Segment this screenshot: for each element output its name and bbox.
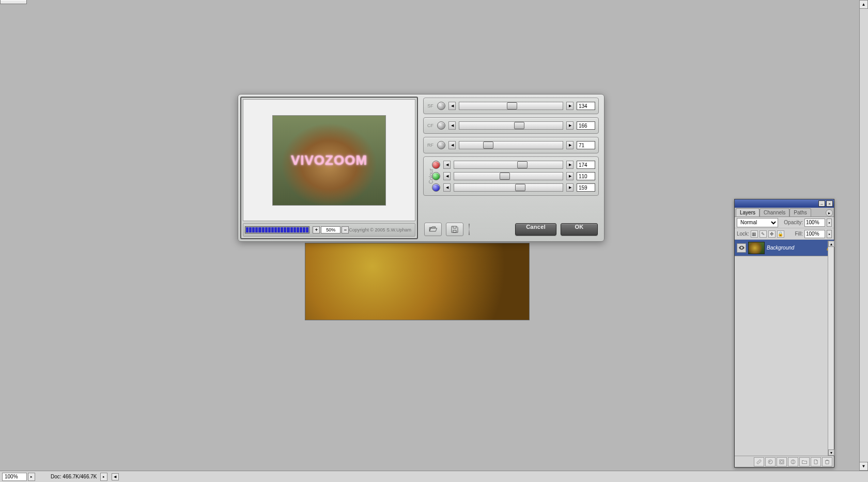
hscroll-left-icon[interactable]: ◀ (112, 473, 119, 480)
tab-paths[interactable]: Paths (789, 208, 811, 216)
layers-footer (735, 456, 834, 467)
minimize-button[interactable]: – (818, 200, 825, 207)
red-decrement-button[interactable]: ◀ (443, 161, 451, 169)
green-slider-thumb[interactable] (500, 173, 510, 180)
separator (469, 224, 470, 235)
cf-knob-icon[interactable] (437, 121, 445, 130)
scroll-down-icon[interactable]: ▼ (859, 462, 868, 471)
sf-decrement-button[interactable]: ◀ (448, 102, 456, 110)
green-value-field[interactable] (577, 172, 595, 180)
cancel-button[interactable]: Cancel (515, 223, 556, 236)
vertical-scrollbar[interactable]: ▲ ▼ (859, 0, 868, 471)
red-slider-thumb[interactable] (517, 161, 528, 168)
cf-slider[interactable] (459, 121, 563, 130)
blue-slider-thumb[interactable] (515, 184, 525, 191)
cf-value-field[interactable] (577, 121, 595, 130)
layer-mask-button[interactable] (777, 457, 787, 467)
blue-value-field[interactable] (577, 183, 595, 192)
red-knob-icon[interactable] (432, 161, 440, 169)
sf-label: SF (427, 101, 434, 111)
lock-paint-icon[interactable]: ✎ (760, 230, 767, 238)
lock-icons: ▦ ✎ ✥ 🔒 (751, 230, 784, 238)
sf-slider-thumb[interactable] (507, 102, 517, 110)
status-info-flyout-button[interactable]: ▸ (100, 473, 107, 481)
panel-menu-button[interactable]: ▸ (826, 209, 833, 216)
delete-layer-button[interactable] (822, 457, 832, 467)
fill-field[interactable] (804, 230, 825, 238)
tab-layers[interactable]: Layers (736, 208, 760, 216)
visibility-toggle[interactable] (737, 243, 746, 253)
opacity-flyout-button[interactable]: ▸ (827, 219, 832, 227)
copyright-text: Copyright © 2005 S.W.Upham (349, 227, 411, 232)
blue-slider[interactable] (454, 183, 563, 192)
preview-zoom-field[interactable] (321, 226, 340, 234)
rf-value-field[interactable] (577, 141, 595, 149)
status-bar: ▸ Doc: 466.7K/466.7K ▸ ◀ (0, 471, 868, 482)
rf-decrement-button[interactable]: ◀ (448, 141, 456, 149)
lock-all-icon[interactable]: 🔒 (777, 230, 784, 238)
blend-mode-select[interactable]: Normal (737, 218, 778, 227)
opacity-field[interactable] (804, 219, 825, 227)
open-button[interactable] (424, 223, 442, 236)
layers-list-area[interactable] (735, 257, 828, 456)
cf-slider-thumb[interactable] (514, 122, 524, 129)
close-button[interactable]: × (826, 200, 833, 207)
save-button[interactable] (446, 223, 463, 236)
progress-bar (245, 226, 309, 234)
lock-position-icon[interactable]: ✥ (768, 230, 776, 238)
collapsed-tab[interactable] (0, 0, 27, 4)
blue-increment-button[interactable]: ▶ (566, 183, 574, 192)
red-value-field[interactable] (577, 161, 595, 169)
green-slider[interactable] (454, 172, 563, 180)
sf-slider[interactable] (459, 102, 563, 110)
status-doc-size: Doc: 466.7K/466.7K (51, 474, 97, 479)
ok-button[interactable]: OK (561, 223, 598, 236)
cf-decrement-button[interactable]: ◀ (448, 121, 456, 130)
cf-label: CF (427, 120, 434, 131)
tab-channels[interactable]: Channels (760, 208, 789, 216)
blue-knob-icon[interactable] (432, 183, 440, 192)
rf-increment-button[interactable]: ▶ (566, 141, 574, 149)
blue-decrement-button[interactable]: ◀ (443, 183, 451, 192)
cf-slider-group: CF ◀ ▶ (423, 117, 599, 134)
sf-increment-button[interactable]: ▶ (566, 102, 574, 110)
preview-panel: VIVOZOOM + − Copyright © 2005 S.W.Upham (240, 97, 418, 239)
link-layers-button[interactable] (754, 457, 764, 467)
layer-style-button[interactable] (765, 457, 776, 467)
rf-knob-icon[interactable] (437, 141, 445, 149)
lock-transparency-icon[interactable]: ▦ (751, 230, 758, 238)
layers-panel-titlebar[interactable]: – × (735, 199, 834, 208)
layer-row-background[interactable]: Background 🔒 (735, 240, 834, 256)
preview-image: VIVOZOOM (272, 115, 386, 206)
green-decrement-button[interactable]: ◀ (443, 172, 451, 180)
zoom-out-button[interactable]: − (342, 226, 349, 234)
layer-thumbnail[interactable] (748, 242, 765, 254)
rf-slider-thumb[interactable] (483, 142, 493, 149)
sf-value-field[interactable] (577, 102, 595, 110)
red-slider[interactable] (454, 161, 563, 169)
layers-scroll-down-icon[interactable]: ▼ (828, 449, 834, 456)
rf-slider-group: RF ◀ ▶ (423, 137, 599, 153)
preview-area[interactable]: VIVOZOOM (243, 99, 415, 221)
colour-slider-group: Colour ◀ ▶ ◀ ▶ ◀ (423, 157, 599, 196)
panel-tabs: Layers Channels Paths ▸ (735, 208, 834, 217)
new-layer-button[interactable] (811, 457, 821, 467)
adjustment-layer-button[interactable] (788, 457, 798, 467)
eye-icon (738, 244, 745, 251)
red-increment-button[interactable]: ▶ (566, 161, 574, 169)
new-group-button[interactable] (799, 457, 810, 467)
vivozoom-dialog: VIVOZOOM + − Copyright © 2005 S.W.Upham … (238, 94, 605, 242)
status-zoom-field[interactable] (2, 473, 27, 481)
layers-scrollbar[interactable]: ▲ ▼ (828, 241, 834, 456)
status-zoom-flyout-button[interactable]: ▸ (28, 473, 35, 481)
layer-name: Background (767, 245, 794, 251)
zoom-in-button[interactable]: + (313, 226, 320, 234)
cf-increment-button[interactable]: ▶ (566, 121, 574, 130)
layers-scroll-up-icon[interactable]: ▲ (828, 241, 834, 247)
scroll-up-icon[interactable]: ▲ (859, 0, 868, 9)
fill-flyout-button[interactable]: ▸ (827, 230, 832, 238)
canvas-image (305, 243, 530, 320)
green-increment-button[interactable]: ▶ (566, 172, 574, 180)
sf-knob-icon[interactable] (437, 102, 445, 110)
rf-slider[interactable] (459, 141, 563, 149)
